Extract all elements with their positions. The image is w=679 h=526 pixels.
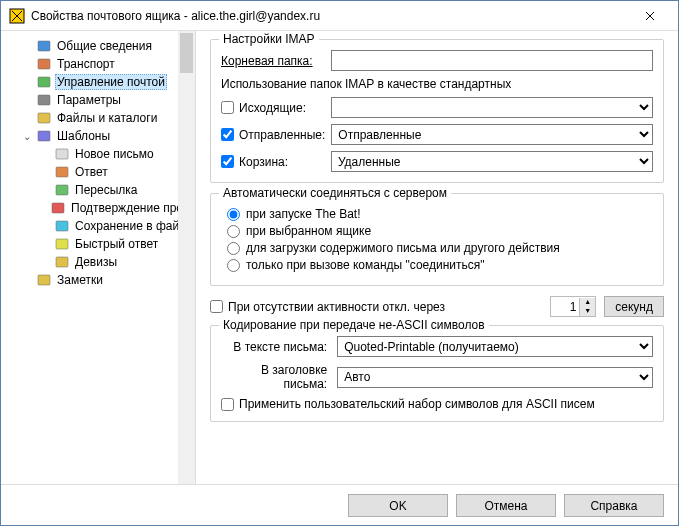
- notes-icon: [36, 272, 52, 288]
- tree-item-11[interactable]: Быстрый ответ: [3, 235, 193, 253]
- main-panel: Настройки IMAP Корневая папка: Использов…: [196, 31, 678, 484]
- idle-value[interactable]: [551, 297, 579, 316]
- custom-charset-label: Применить пользовательский набор символо…: [239, 397, 595, 411]
- imap-group: Настройки IMAP Корневая папка: Использов…: [210, 39, 664, 183]
- params-icon: [36, 92, 52, 108]
- svg-rect-9: [56, 185, 68, 195]
- encoding-group: Кодирование при передаче не-ASCII символ…: [210, 325, 664, 422]
- autoconnect-group: Автоматически соединяться с сервером при…: [210, 193, 664, 286]
- autoconnect-option-2[interactable]: для загрузки содержимого письма или друг…: [227, 241, 653, 255]
- tree-item-2[interactable]: Управление почтой: [3, 73, 193, 91]
- header-enc-select[interactable]: Авто: [337, 367, 653, 388]
- tree-item-label: Файлы и каталоги: [55, 110, 159, 126]
- tree-item-label: Девизы: [73, 254, 119, 270]
- svg-rect-2: [38, 59, 50, 69]
- svg-rect-10: [52, 203, 64, 213]
- tree-scrollbar[interactable]: [178, 31, 195, 484]
- idle-spinner[interactable]: ▲▼: [550, 296, 596, 317]
- tree-item-3[interactable]: Параметры: [3, 91, 193, 109]
- outbox-select[interactable]: [331, 97, 653, 118]
- svg-rect-8: [56, 167, 68, 177]
- confirm-icon: [50, 200, 66, 216]
- idle-unit-button[interactable]: секунд: [604, 296, 664, 317]
- outbox-checkbox[interactable]: [221, 101, 234, 114]
- tree-item-4[interactable]: Файлы и каталоги: [3, 109, 193, 127]
- svg-rect-1: [38, 41, 50, 51]
- tree-item-label: Шаблоны: [55, 128, 112, 144]
- body-enc-select[interactable]: Quoted-Printable (получитаемо): [337, 336, 653, 357]
- encoding-title: Кодирование при передаче не-ASCII символ…: [219, 318, 489, 332]
- tree-item-8[interactable]: Пересылка: [3, 181, 193, 199]
- autoconnect-option-1[interactable]: при выбранном ящике: [227, 224, 653, 238]
- autoconnect-label-0: при запуске The Bat!: [246, 207, 361, 221]
- tree-item-10[interactable]: Сохранение в файл: [3, 217, 193, 235]
- svg-rect-11: [56, 221, 68, 231]
- tree-item-label: Пересылка: [73, 182, 139, 198]
- folder-icon: [36, 110, 52, 126]
- autoconnect-radio-2[interactable]: [227, 242, 240, 255]
- tree-item-label: Транспорт: [55, 56, 117, 72]
- autoconnect-radio-1[interactable]: [227, 225, 240, 238]
- idle-checkbox[interactable]: [210, 300, 223, 313]
- sent-label: Отправленные:: [239, 128, 325, 142]
- autoconnect-radio-3[interactable]: [227, 259, 240, 272]
- tree-item-7[interactable]: Ответ: [3, 163, 193, 181]
- autoconnect-radio-0[interactable]: [227, 208, 240, 221]
- tree-item-label: Параметры: [55, 92, 123, 108]
- svg-rect-5: [38, 113, 50, 123]
- imap-group-title: Настройки IMAP: [219, 32, 319, 46]
- spin-up-icon[interactable]: ▲: [579, 298, 595, 307]
- tree-item-9[interactable]: Подтверждение проч: [3, 199, 193, 217]
- tree-item-0[interactable]: Общие сведения: [3, 37, 193, 55]
- trash-checkbox[interactable]: [221, 155, 234, 168]
- scrollbar-thumb[interactable]: [180, 33, 193, 73]
- svg-rect-14: [38, 275, 50, 285]
- autoconnect-option-3[interactable]: только при вызове команды "соединиться": [227, 258, 653, 272]
- spin-down-icon[interactable]: ▼: [579, 307, 595, 316]
- autoconnect-label-1: при выбранном ящике: [246, 224, 371, 238]
- trash-select[interactable]: Удаленные: [331, 151, 653, 172]
- expand-icon[interactable]: ⌄: [21, 131, 33, 142]
- svg-rect-4: [38, 95, 50, 105]
- close-icon: [645, 11, 655, 21]
- tree-item-label: Общие сведения: [55, 38, 154, 54]
- custom-charset-checkbox[interactable]: [221, 398, 234, 411]
- std-folders-label: Использование папок IMAP в качестве стан…: [221, 77, 653, 91]
- transport-icon: [36, 56, 52, 72]
- cancel-button[interactable]: Отмена: [456, 494, 556, 517]
- svg-rect-6: [38, 131, 50, 141]
- tree-item-label: Заметки: [55, 272, 105, 288]
- templates-icon: [36, 128, 52, 144]
- dialog-footer: OK Отмена Справка: [1, 484, 678, 526]
- sent-checkbox[interactable]: [221, 128, 234, 141]
- tree-item-6[interactable]: Новое письмо: [3, 145, 193, 163]
- new-mail-icon: [54, 146, 70, 162]
- idle-label: При отсутствии активности откл. через: [228, 300, 445, 314]
- header-enc-label: В заголовке письма:: [221, 363, 331, 391]
- app-icon: [9, 8, 25, 24]
- titlebar: Свойства почтового ящика - alice.the.gir…: [1, 1, 678, 31]
- body-enc-label: В тексте письма:: [221, 340, 331, 354]
- forward-icon: [54, 182, 70, 198]
- tree-item-1[interactable]: Транспорт: [3, 55, 193, 73]
- nav-tree[interactable]: Общие сведенияТранспортУправление почтой…: [1, 31, 196, 484]
- save-icon: [54, 218, 70, 234]
- tree-item-label: Ответ: [73, 164, 110, 180]
- reply-icon: [54, 164, 70, 180]
- outbox-label: Исходящие:: [239, 101, 306, 115]
- ok-button[interactable]: OK: [348, 494, 448, 517]
- tree-item-13[interactable]: Заметки: [3, 271, 193, 289]
- autoconnect-option-0[interactable]: при запуске The Bat!: [227, 207, 653, 221]
- help-button[interactable]: Справка: [564, 494, 664, 517]
- svg-rect-3: [38, 77, 50, 87]
- globe-icon: [36, 38, 52, 54]
- sent-select[interactable]: Отправленные: [331, 124, 653, 145]
- tree-item-12[interactable]: Девизы: [3, 253, 193, 271]
- tree-item-5[interactable]: ⌄Шаблоны: [3, 127, 193, 145]
- tree-item-label: Сохранение в файл: [73, 218, 188, 234]
- svg-rect-13: [56, 257, 68, 267]
- close-button[interactable]: [630, 2, 670, 30]
- window-title: Свойства почтового ящика - alice.the.gir…: [31, 9, 630, 23]
- root-folder-input[interactable]: [331, 50, 653, 71]
- tree-item-label: Быстрый ответ: [73, 236, 160, 252]
